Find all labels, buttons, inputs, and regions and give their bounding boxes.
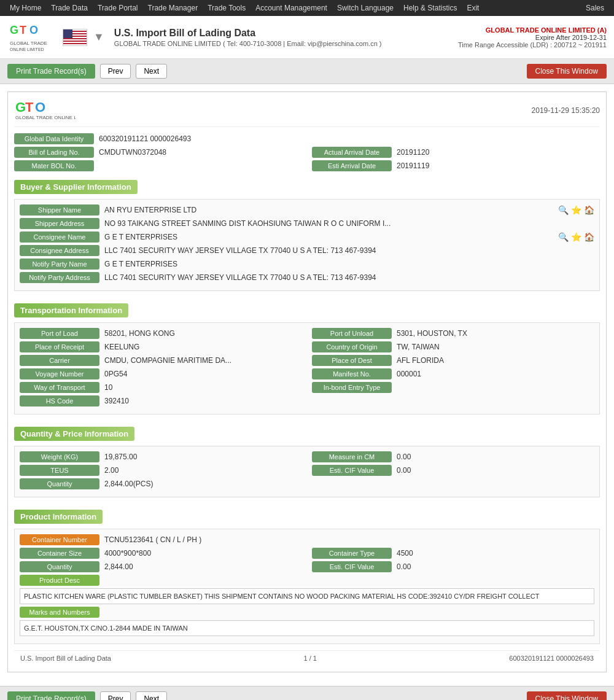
notify-party-address-row: Notify Party Address LLC 7401 SECURITY W… — [20, 272, 594, 283]
record-footer: U.S. Import Bill of Lading Data 1 / 1 60… — [14, 650, 600, 666]
print-button-top[interactable]: Print Trade Record(s) — [7, 64, 95, 79]
hs-code-label: HS Code — [20, 395, 99, 406]
measure-label: Measure in CM — [312, 451, 392, 462]
container-size-col: Container Size 4000*900*800 — [20, 548, 302, 559]
consignee-address-label: Consignee Address — [20, 245, 99, 256]
actual-arrival-label: Actual Arrival Date — [312, 147, 392, 158]
weight-value: 19,875.00 — [104, 453, 302, 461]
master-bol-label: Mater BOL No. — [14, 160, 94, 171]
svg-text:O: O — [35, 99, 45, 115]
svg-text:O: O — [29, 24, 38, 36]
page-title-area: U.S. Import Bill of Lading Data GLOBAL T… — [114, 28, 458, 47]
way-transport-col: Way of Transport 10 — [20, 382, 302, 393]
prev-button-bottom[interactable]: Prev — [100, 691, 131, 700]
container-type-col: Container Type 4500 — [312, 548, 594, 559]
svg-text:T: T — [25, 99, 34, 115]
actual-arrival-col: Actual Arrival Date 20191120 — [312, 147, 600, 158]
voyage-manifest-row: Voyage Number 0PG54 Manifest No. 000001 — [20, 368, 594, 379]
svg-text:T: T — [20, 24, 26, 36]
place-country-row: Place of Receipt KEELUNG Country of Orig… — [20, 341, 594, 352]
svg-text:G: G — [10, 24, 18, 36]
shipper-star-icon[interactable]: ⭐ — [571, 205, 581, 215]
teus-value: 2.00 — [104, 466, 302, 475]
voyage-col: Voyage Number 0PG54 — [20, 368, 302, 379]
company-logo: G T O GLOBAL TRADE ONLINE LIMITED — [7, 22, 56, 53]
esti-cif-col: Esti. CIF Value 0.00 — [312, 465, 594, 476]
inbond-col: In-bond Entry Type — [312, 382, 594, 393]
shipper-name-row: Shipper Name AN RYU ENTERPRISE LTD 🔍 ⭐ 🏠 — [20, 204, 594, 216]
footer-id: 600320191121 0000026493 — [509, 655, 594, 662]
buyer-supplier-box: Shipper Name AN RYU ENTERPRISE LTD 🔍 ⭐ 🏠… — [14, 199, 600, 291]
esti-cif-label: Esti. CIF Value — [312, 465, 392, 476]
shipper-name-label: Shipper Name — [20, 204, 99, 216]
weight-label: Weight (KG) — [20, 451, 99, 462]
expire-date: Expire After 2019-12-31 — [458, 34, 607, 41]
esti-arrival-label: Esti Arrival Date — [312, 160, 392, 171]
carrier-col: Carrier CMDU, COMPAGNIE MARITIME DA... — [20, 355, 302, 366]
nav-help-statistics[interactable]: Help & Statistics — [398, 4, 462, 12]
company-name: GLOBAL TRADE ONLINE LIMITED (A) — [458, 26, 607, 34]
nav-trade-tools[interactable]: Trade Tools — [203, 4, 251, 12]
esti-cif2-value: 0.00 — [397, 562, 594, 571]
bottom-action-bar: Print Trade Record(s) Prev Next Close Th… — [0, 686, 614, 700]
manifest-value: 000001 — [397, 370, 594, 378]
measure-value: 0.00 — [397, 453, 594, 461]
port-unload-value: 5301, HOUSTON, TX — [397, 329, 594, 338]
carrier-label: Carrier — [20, 355, 99, 366]
place-receipt-value: KEELUNG — [104, 343, 302, 351]
consignee-home-icon[interactable]: 🏠 — [584, 232, 594, 242]
consignee-star-icon[interactable]: ⭐ — [571, 232, 581, 242]
transportation-box: Port of Load 58201, HONG KONG Port of Un… — [14, 322, 600, 414]
header-bar: G T O GLOBAL TRADE ONLINE LIMITED ▼ U.S.… — [0, 16, 614, 59]
consignee-search-icon[interactable]: 🔍 — [558, 232, 569, 242]
nav-exit[interactable]: Exit — [462, 4, 484, 12]
quantity2-label: Quantity — [20, 561, 99, 572]
place-receipt-label: Place of Receipt — [20, 341, 99, 352]
bol-label: Bill of Lading No. — [14, 147, 94, 158]
close-button-bottom[interactable]: Close This Window — [527, 691, 607, 700]
nav-switch-language[interactable]: Switch Language — [332, 4, 398, 12]
nav-trade-manager[interactable]: Trade Manager — [143, 4, 203, 12]
prev-button-top[interactable]: Prev — [100, 64, 131, 79]
way-transport-label: Way of Transport — [20, 382, 99, 393]
us-flag — [63, 29, 87, 46]
ldr-range: Time Range Accessible (LDR) : 200712 ~ 2… — [458, 41, 607, 49]
next-button-top[interactable]: Next — [136, 64, 167, 79]
master-bol-col: Mater BOL No. — [14, 160, 302, 171]
global-data-identity-label: Global Data Identity — [14, 133, 94, 144]
shipper-search-icon[interactable]: 🔍 — [558, 205, 569, 215]
consignee-name-row: Consignee Name G E T ENTERPRISES 🔍 ⭐ 🏠 — [20, 231, 594, 243]
shipper-home-icon[interactable]: 🏠 — [584, 205, 594, 215]
container-number-row: Container Number TCNU5123641 ( CN / L / … — [20, 534, 594, 545]
shipper-address-value: NO 93 TAIKANG STREET SANMING DIST KAOHSI… — [104, 219, 594, 228]
nav-account-management[interactable]: Account Management — [251, 4, 332, 12]
weight-measure-row: Weight (KG) 19,875.00 Measure in CM 0.00 — [20, 451, 594, 462]
product-info-header: Product Information — [14, 510, 103, 524]
global-data-identity-row: Global Data Identity 600320191121 000002… — [14, 133, 600, 144]
port-unload-label: Port of Unload — [312, 328, 392, 339]
consignee-address-row: Consignee Address LLC 7401 SECURITY WAY … — [20, 245, 594, 256]
marks-row: Marks and Numbers — [20, 607, 594, 618]
notify-party-address-value: LLC 7401 SECURITY WAY JERSEY VILLAGE TX … — [104, 273, 594, 282]
esti-cif-value: 0.00 — [397, 466, 594, 475]
buyer-supplier-header: Buyer & Supplier Information — [14, 180, 138, 194]
teus-label: TEUS — [20, 465, 99, 476]
next-button-bottom[interactable]: Next — [136, 691, 167, 700]
quantity-price-box: Weight (KG) 19,875.00 Measure in CM 0.00… — [14, 446, 600, 497]
shipper-address-row: Shipper Address NO 93 TAIKANG STREET SAN… — [20, 218, 594, 229]
nav-trade-portal[interactable]: Trade Portal — [93, 4, 143, 12]
manifest-label: Manifest No. — [312, 368, 392, 379]
notify-party-name-row: Notify Party Name G E T ENTERPRISES — [20, 259, 594, 270]
measure-col: Measure in CM 0.00 — [312, 451, 594, 462]
svg-text:G: G — [15, 99, 26, 115]
nav-my-home[interactable]: My Home — [5, 4, 46, 12]
print-button-bottom[interactable]: Print Trade Record(s) — [7, 691, 95, 700]
global-data-identity-value: 600320191121 0000026493 — [99, 134, 600, 143]
sales-link[interactable]: Sales — [581, 4, 609, 12]
quantity2-col: Quantity 2,844.00 — [20, 561, 302, 572]
nav-trade-data[interactable]: Trade Data — [46, 4, 93, 12]
shipper-address-label: Shipper Address — [20, 218, 99, 229]
place-dest-col: Place of Dest AFL FLORIDA — [312, 355, 594, 366]
close-button-top[interactable]: Close This Window — [527, 64, 607, 79]
manifest-col: Manifest No. 000001 — [312, 368, 594, 379]
